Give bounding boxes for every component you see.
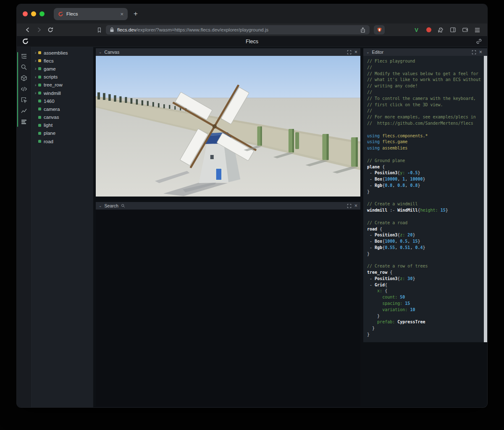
tree-item-label: tree_row (44, 82, 63, 87)
close-panel-icon[interactable]: × (354, 203, 357, 209)
page-title: Flecs (17, 39, 487, 45)
tree-item[interactable]: road (32, 137, 93, 145)
tree-item[interactable]: ›scripts (32, 73, 93, 81)
code-line: tree_row { (367, 270, 480, 276)
search-results-area (96, 210, 360, 406)
reload-button[interactable] (45, 25, 55, 34)
navigation-bar: flecs.dev/explorer/?wasm=https://www.fle… (17, 24, 487, 36)
chart-icon[interactable] (20, 108, 28, 114)
editor-scrollbar[interactable] (484, 56, 487, 342)
code-line: // For more examples, see examples/plecs… (367, 114, 480, 121)
entity-color-dot (38, 51, 41, 54)
minimize-window-button[interactable] (31, 11, 36, 16)
tree-item[interactable]: ›windmill (32, 89, 93, 97)
tree-item[interactable]: plane (32, 129, 93, 137)
search-icon[interactable] (20, 64, 28, 71)
code-line: road { (367, 226, 480, 233)
tree-item-label: road (44, 139, 53, 144)
editor-panel-title: Editor (372, 50, 383, 55)
code-line: // Ground plane (367, 158, 480, 164)
expand-chevron-icon[interactable]: › (34, 58, 37, 63)
app-header: Flecs (17, 36, 487, 47)
canvas-panel-title: Canvas (105, 50, 120, 55)
search-panel: ⌄ Search × (96, 202, 360, 406)
tree-item[interactable]: camera (32, 105, 93, 113)
close-panel-icon[interactable]: × (479, 50, 482, 55)
back-button[interactable] (23, 25, 32, 34)
collapse-chevron-icon[interactable]: ⌄ (99, 50, 102, 54)
tree-item[interactable]: ›game (32, 65, 93, 73)
maximize-panel-icon[interactable] (346, 50, 352, 55)
close-window-button[interactable] (23, 11, 28, 16)
expand-chevron-icon[interactable]: › (34, 75, 37, 79)
brave-shield-button[interactable] (374, 25, 385, 34)
code-line: } (367, 189, 480, 195)
expand-chevron-icon[interactable]: › (34, 91, 37, 95)
code-line: // Create a row of trees (367, 263, 480, 270)
close-panel-icon[interactable]: × (354, 50, 357, 55)
collapse-chevron-icon[interactable]: ⌄ (99, 204, 102, 208)
code-line: - Grid{ (367, 282, 480, 288)
code-line: } (367, 251, 480, 257)
window-controls (23, 11, 45, 16)
entity-tree: ›assemblies›flecs›game›scripts›tree_row›… (32, 49, 93, 145)
search-panel-header: ⌄ Search × (96, 202, 360, 210)
screenshot-stage: Flecs × + flecs.dev/ (0, 0, 504, 430)
menu-button[interactable] (473, 26, 481, 34)
tab-bar: Flecs × + (17, 4, 487, 24)
search-panel-title: Search (105, 203, 118, 208)
extensions-puzzle-button[interactable] (437, 26, 445, 34)
sidebar-toggle-button[interactable] (449, 26, 457, 34)
inspect-icon[interactable] (20, 97, 28, 103)
entity-color-dot (38, 116, 41, 119)
tree-item[interactable]: canvas (32, 113, 93, 121)
tree-item-label: scripts (44, 74, 58, 79)
code-line: } (367, 332, 480, 338)
code-line: // Modify the values below to get a feel… (367, 71, 480, 77)
tree-item[interactable]: ›assemblies (32, 49, 93, 57)
cube-icon[interactable] (20, 75, 28, 81)
code-line: // Flecs playground (367, 58, 480, 65)
extension-red-button[interactable] (425, 26, 433, 34)
expand-chevron-icon[interactable]: › (34, 83, 37, 87)
entity-tree-icon[interactable] (20, 53, 28, 60)
code-line: // (367, 89, 480, 96)
code-icon[interactable] (20, 86, 28, 92)
extension-v-button[interactable]: V (412, 26, 420, 34)
browser-tab[interactable]: Flecs × (54, 8, 128, 20)
code-editor[interactable]: // Flecs playground//// Modify the value… (363, 56, 487, 342)
code-line: prefab: CypressTree (367, 319, 480, 325)
bookmark-icon[interactable] (94, 25, 104, 34)
code-line: using assemblies (367, 145, 480, 152)
code-line: - Box{1000, 0.5, 15} (367, 239, 480, 245)
main-area: ⌄ Canvas × (93, 47, 487, 407)
icon-rail (17, 47, 32, 407)
forward-button[interactable] (34, 25, 44, 34)
maximize-panel-icon[interactable] (346, 203, 352, 209)
wallet-button[interactable] (461, 26, 469, 34)
code-line: } (367, 313, 480, 320)
code-line: // Create a road (367, 220, 480, 226)
maximize-panel-icon[interactable] (471, 50, 477, 55)
code-line: using flecs.game (367, 139, 480, 145)
expand-chevron-icon[interactable]: › (34, 50, 37, 55)
entity-color-dot (38, 67, 41, 70)
tree-item[interactable]: ›flecs (32, 57, 93, 65)
tab-close-icon[interactable]: × (120, 11, 123, 17)
entity-tree-panel: ›assemblies›flecs›game›scripts›tree_row›… (32, 47, 93, 407)
url-path: /explorer/?wasm=https://www.flecs.dev/ex… (136, 27, 268, 32)
maximize-window-button[interactable] (39, 11, 45, 16)
editor-code: // Flecs playground//// Modify the value… (367, 58, 480, 338)
tree-item[interactable]: light (32, 121, 93, 129)
tree-item[interactable]: ›tree_row (32, 81, 93, 89)
expand-chevron-icon[interactable]: › (34, 66, 37, 71)
share-button[interactable] (360, 27, 366, 33)
rail-accent (17, 52, 18, 127)
new-tab-button[interactable]: + (134, 10, 138, 18)
url-bar[interactable]: flecs.dev/explorer/?wasm=https://www.fle… (106, 25, 370, 34)
3d-viewport[interactable] (96, 56, 360, 197)
tree-item[interactable]: 1460 (32, 97, 93, 105)
code-line: // (367, 65, 480, 71)
stats-icon[interactable] (20, 118, 28, 125)
collapse-chevron-icon[interactable]: ⌄ (366, 50, 370, 54)
